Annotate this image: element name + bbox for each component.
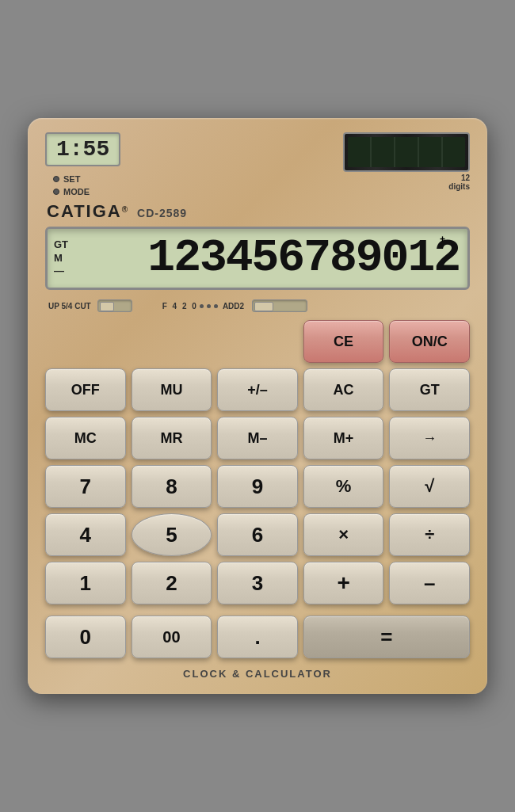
multiply-button[interactable]: × [303,513,384,556]
equals-button[interactable]: = [303,616,470,658]
switch-row: UP 5/4 CUT F 4 2 0 ADD2 [45,299,470,312]
switch-dots [200,304,218,308]
two-button[interactable]: 2 [132,562,212,604]
display-m: M [54,252,63,265]
set-label: SET [63,174,80,184]
sqrt-button[interactable]: √ [389,465,470,508]
clock-display: 1:55 [45,132,120,166]
zero-button[interactable]: 0 [45,616,126,658]
four-button[interactable]: 4 [45,513,126,556]
add2-label: ADD2 [223,302,244,311]
up54cut-thumb [100,302,114,311]
up54cut-switch[interactable] [97,299,132,312]
brand-name: CATIGA® [47,201,128,222]
f420-label: F 4 2 0 [162,302,198,311]
mode-label: MODE [63,187,90,196]
divide-button[interactable]: ÷ [389,513,470,556]
top-section: 1:55 SET MODE 12digits [45,132,470,196]
arrow-button[interactable]: → [389,417,470,459]
gt-button[interactable]: GT [389,368,470,411]
five-button[interactable]: 5 [132,513,212,556]
dot2 [207,304,211,308]
mode-dot [53,189,59,195]
button-section: CE ON/C OFF MU +/– AC GT MC MR M– M+ → 7… [45,320,470,658]
eight-button[interactable]: 8 [132,465,212,508]
solar-wrap: 12digits [343,132,470,191]
display-indicators: GT M — [54,238,68,279]
six-button[interactable]: 6 [217,513,298,556]
calculator-body: 1:55 SET MODE 12digits CATIGA® CD-2589 [28,118,487,694]
f420-thumb [254,302,273,311]
row-123: 1 2 3 + – [45,562,470,610]
row-off: OFF MU +/– AC GT [45,368,470,411]
main-display: GT M — 123456789012 + [45,227,470,290]
set-dot [53,176,59,182]
mode-item: MODE [53,187,120,196]
footer: CLOCK & CALCULATOR [45,668,470,680]
f420-switch[interactable] [252,299,307,312]
mc-button[interactable]: MC [45,417,126,459]
digits-label: 12digits [448,173,470,191]
up54cut-label: UP 5/4 CUT [48,302,91,311]
mu-button[interactable]: MU [132,368,212,411]
set-mode-panel: SET MODE [45,171,120,196]
row-456: 4 5 6 × ÷ [45,513,470,556]
three-button[interactable]: 3 [217,562,298,604]
solar-panel [343,132,470,172]
decimal-button[interactable]: . [217,616,298,658]
brand-row: CATIGA® CD-2589 [45,201,470,222]
off-button[interactable]: OFF [45,368,126,411]
row-789: 7 8 9 % √ [45,465,470,508]
display-neg: — [54,265,64,278]
dot3 [214,304,218,308]
percent-button[interactable]: % [303,465,384,508]
model-name: CD-2589 [137,207,187,219]
row-0: 0 00 . = [45,616,470,658]
nine-button[interactable]: 9 [217,465,298,508]
onc-button[interactable]: ON/C [389,320,470,363]
ce-button[interactable]: CE [303,320,384,363]
set-item: SET [53,174,120,184]
mr-button[interactable]: MR [132,417,212,459]
double-zero-button[interactable]: 00 [132,616,212,658]
display-gt: GT [54,238,68,252]
plus-minus-button[interactable]: +/– [217,368,298,411]
display-plus-indicator: + [440,234,445,245]
add-button[interactable]: + [303,562,384,604]
row-ce-onc: CE ON/C [45,320,470,363]
m-plus-button[interactable]: M+ [303,417,384,459]
one-button[interactable]: 1 [45,562,126,604]
display-number: 123456789012 [71,235,460,281]
subtract-button[interactable]: – [389,562,470,604]
ac-button[interactable]: AC [303,368,384,411]
m-minus-button[interactable]: M– [217,417,298,459]
row-mc: MC MR M– M+ → [45,417,470,459]
dot1 [200,304,204,308]
seven-button[interactable]: 7 [45,465,126,508]
